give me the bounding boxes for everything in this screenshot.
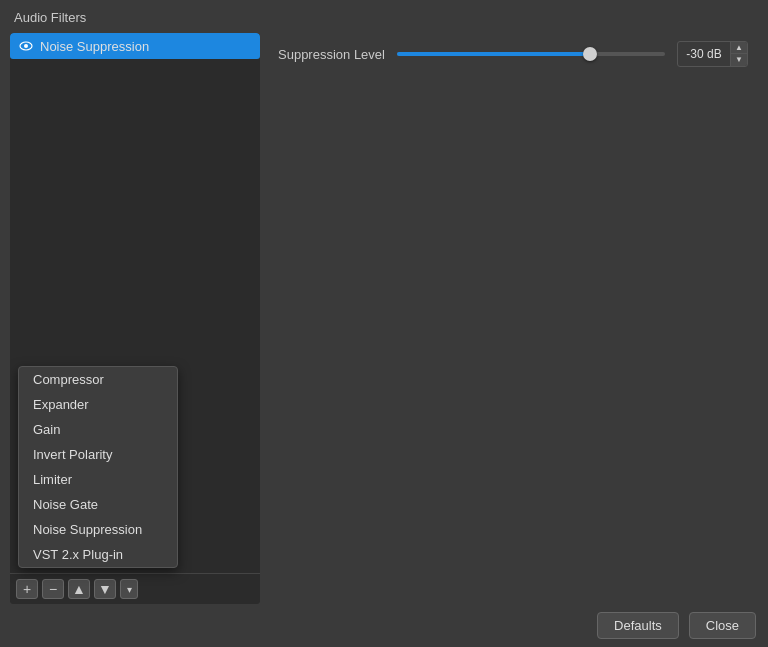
suppression-label: Suppression Level (278, 47, 385, 62)
spin-buttons: ▲ ▼ (730, 42, 747, 66)
dropdown-item-gain[interactable]: Gain (19, 417, 177, 442)
right-panel: Suppression Level -30 dB ▲ ▼ (268, 33, 758, 604)
dropdown-item-limiter[interactable]: Limiter (19, 467, 177, 492)
spin-up-button[interactable]: ▲ (731, 42, 747, 54)
suppression-value-box: -30 dB ▲ ▼ (677, 41, 748, 67)
add-filter-button[interactable]: + (16, 579, 38, 599)
filter-toolbar: + − ▲ ▼ ▾ (10, 573, 260, 604)
eye-icon (18, 38, 34, 54)
move-up-button[interactable]: ▲ (68, 579, 90, 599)
footer: Defaults Close (0, 604, 768, 647)
dropdown-item-compressor[interactable]: Compressor (19, 367, 177, 392)
add-filter-dropdown: Compressor Expander Gain Invert Polarity… (18, 366, 178, 568)
dropdown-item-invert-polarity[interactable]: Invert Polarity (19, 442, 177, 467)
defaults-button[interactable]: Defaults (597, 612, 679, 639)
slider-thumb[interactable] (583, 47, 597, 61)
dropdown-item-noise-suppression[interactable]: Noise Suppression (19, 517, 177, 542)
suppression-row: Suppression Level -30 dB ▲ ▼ (278, 41, 748, 67)
filter-item-label: Noise Suppression (40, 39, 149, 54)
title-bar: Audio Filters (0, 0, 768, 33)
spin-down-button[interactable]: ▼ (731, 54, 747, 66)
suppression-value: -30 dB (678, 44, 730, 64)
filter-item[interactable]: Noise Suppression (10, 33, 260, 59)
slider-fill (397, 52, 590, 56)
dropdown-item-vst[interactable]: VST 2.x Plug-in (19, 542, 177, 567)
dropdown-item-expander[interactable]: Expander (19, 392, 177, 417)
suppression-slider[interactable] (397, 52, 665, 56)
move-down-button[interactable]: ▼ (94, 579, 116, 599)
close-button[interactable]: Close (689, 612, 756, 639)
dropdown-toggle-button[interactable]: ▾ (120, 579, 138, 599)
svg-point-1 (24, 44, 28, 48)
remove-filter-button[interactable]: − (42, 579, 64, 599)
window-title: Audio Filters (14, 10, 86, 25)
dropdown-item-noise-gate[interactable]: Noise Gate (19, 492, 177, 517)
left-panel: Noise Suppression Compressor Expander Ga… (10, 33, 260, 604)
